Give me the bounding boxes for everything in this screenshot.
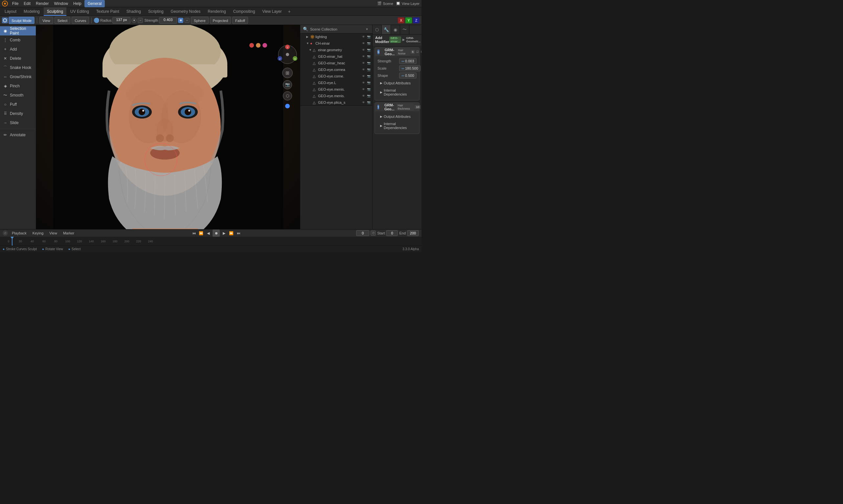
timeline-track[interactable]: 0 20 40 60 80 100 120 140 160 180 200 22… (0, 237, 421, 246)
render-3[interactable]: 📷 (366, 48, 371, 52)
tool-delete[interactable]: ✕ Delete (0, 54, 36, 63)
tool-annotate[interactable]: ✏ Annotate (0, 130, 36, 140)
tool-add[interactable]: + Add (0, 44, 36, 54)
play-reverse-btn[interactable]: ◀ (205, 230, 211, 236)
radius-toggle[interactable]: ● (131, 18, 137, 23)
render-10[interactable]: 📷 (366, 94, 371, 98)
tab-shading[interactable]: Shading (123, 7, 144, 16)
vis-6[interactable]: 👁 (361, 67, 366, 72)
outliner-item-ch-einar[interactable]: ▼ ● CH-einar 👁 📷 (300, 40, 372, 47)
outliner-filter-btn[interactable]: ▼ (364, 26, 370, 32)
step-back-btn[interactable]: ⏪ (198, 230, 204, 236)
x-axis-btn[interactable]: X (398, 17, 404, 23)
projected-btn[interactable]: Projected (210, 17, 231, 24)
shape-value[interactable]: ⇔ 0.500 (399, 73, 417, 78)
vis-10[interactable]: 👁 (361, 94, 366, 98)
start-frame-input[interactable] (386, 230, 398, 236)
frame-rate-btn[interactable]: ⏱ (371, 231, 376, 236)
navigation-gizmo[interactable]: Y X Z (278, 44, 297, 64)
tab-texture-paint[interactable]: Texture Paint (93, 7, 123, 16)
jump-end-btn[interactable]: ⏭ (235, 230, 242, 236)
perspective-btn[interactable]: ⬡ (283, 91, 292, 101)
marker-menu[interactable]: Marker (61, 230, 76, 236)
tab-modifier[interactable]: 🔧 (382, 25, 391, 34)
ol-geo-plica[interactable]: △ GEO-eye.plica_s 👁 📷 (300, 99, 372, 106)
mod-node-group-1[interactable]: Hair Noise (397, 48, 410, 55)
camera-btn[interactable]: 📷 (283, 80, 292, 89)
output-attributes-toggle-2[interactable]: ▶ Output Attributes (380, 114, 414, 119)
render-11[interactable]: 📷 (366, 100, 371, 105)
color-dot-red[interactable] (249, 43, 254, 48)
z-axis-btn[interactable]: Z (413, 17, 420, 23)
render-9[interactable]: 📷 (366, 87, 371, 92)
vis-5[interactable]: 👁 (361, 61, 366, 65)
ol-geo-hat[interactable]: △ GEO-einar_hat 👁 📷 (300, 53, 372, 60)
render-5[interactable]: 📷 (366, 61, 371, 65)
add-workspace-tab[interactable]: + (286, 8, 293, 15)
ol-geo-head[interactable]: △ GEO-einar_heac 👁 📷 (300, 60, 372, 66)
tab-view-layer[interactable]: View Layer (259, 7, 285, 16)
visibility-btn[interactable]: 👁 (361, 35, 366, 39)
menu-help[interactable]: Help (71, 0, 84, 7)
app-logo[interactable] (2, 1, 8, 6)
render-8[interactable]: 📷 (366, 80, 371, 85)
outliner-item-einar-geometry[interactable]: ▼ △ einar.geometry 👁 📷 (300, 47, 372, 53)
menu-window[interactable]: Window (52, 0, 70, 7)
tab-scripting[interactable]: Scripting (145, 7, 167, 16)
tool-smooth[interactable]: 〜 Smooth (0, 91, 36, 100)
tab-object[interactable]: ⬡ (372, 25, 382, 34)
zoom-to-fit-btn[interactable]: ⊞ (282, 68, 293, 78)
tool-selection-paint[interactable]: ◉ Selection Paint (0, 26, 36, 35)
tab-geometry-nodes[interactable]: Geometry Nodes (168, 7, 204, 16)
vis-4[interactable]: 👁 (361, 54, 366, 59)
view-menu[interactable]: View (39, 17, 53, 24)
render-7[interactable]: 📷 (366, 74, 371, 78)
radius-minus[interactable]: − (138, 18, 143, 23)
tool-slide[interactable]: → Slide (0, 118, 36, 127)
output-attributes-toggle[interactable]: ▶ Output Attributes (380, 81, 414, 85)
tab-layout[interactable]: Layout (1, 7, 20, 16)
end-frame-input[interactable] (407, 230, 419, 236)
play-btn[interactable]: ▶ (221, 230, 227, 236)
playhead[interactable] (12, 237, 13, 246)
menu-edit[interactable]: Edit (21, 0, 33, 7)
vis-11[interactable]: 👁 (361, 100, 366, 105)
radius-input[interactable]: 137 px (112, 17, 130, 24)
tab-rendering[interactable]: Rendering (204, 7, 229, 16)
mod-checkbox-1[interactable]: ☑ (416, 50, 419, 54)
ol-geo-meniscus[interactable]: △ GEO-eye.menis. 👁 📷 (300, 86, 372, 93)
tab-data[interactable]: 〜 (400, 25, 409, 34)
vis-3[interactable]: 👁 (361, 48, 366, 52)
tab-compositing[interactable]: Compositing (230, 7, 259, 16)
sphere-btn[interactable]: Sphere (191, 17, 208, 24)
step-forward-btn[interactable]: ⏩ (228, 230, 234, 236)
internal-deps-toggle-2[interactable]: ▶ Internal Dependencies (380, 122, 414, 130)
tab-uv-editing[interactable]: UV Editing (67, 7, 92, 16)
mod-node-group-2[interactable]: Hair thickness (396, 104, 414, 111)
playback-menu[interactable]: Playback (10, 230, 29, 236)
menu-file[interactable]: File (10, 0, 21, 7)
color-dot-pink[interactable] (263, 43, 267, 48)
y-axis-btn[interactable]: Y (405, 17, 412, 23)
scene-selector[interactable]: 🎬 Scene (377, 1, 393, 5)
internal-deps-toggle-1[interactable]: ▶ Internal Dependencies (380, 88, 414, 96)
record-btn[interactable]: ⏺ (213, 230, 220, 237)
menu-render[interactable]: Render (34, 0, 51, 7)
current-frame-input[interactable] (356, 230, 369, 236)
ol-geo-cornea-l[interactable]: △ GEO-eye.cornea 👁 📷 (300, 66, 372, 73)
tab-material[interactable]: ◉ (391, 25, 400, 34)
ol-geo-cornea-r[interactable]: △ GEO-eye.corne. 👁 📷 (300, 73, 372, 79)
ol-geo-eye-l[interactable]: △ GEO-eye.L 👁 📷 (300, 79, 372, 86)
strength-input[interactable]: 0.403 (159, 17, 177, 24)
view-layer-selector[interactable]: 🔲 View Layer (396, 1, 420, 5)
mod-copy-1[interactable]: ⎘ (420, 50, 421, 54)
keying-menu[interactable]: Keying (31, 230, 46, 236)
tool-density[interactable]: ⠿ Density (0, 109, 36, 118)
outliner-item-lighting[interactable]: ▶ 🔆 lighting 👁 📷 (300, 34, 372, 40)
visibility-btn-2[interactable]: 👁 (361, 41, 366, 46)
tool-pinch[interactable]: ◈ Pinch (0, 82, 36, 91)
vis-7[interactable]: 👁 (361, 74, 366, 78)
render-btn[interactable]: 📷 (366, 35, 371, 39)
tab-modeling[interactable]: Modeling (20, 7, 43, 16)
render-btn-2[interactable]: 📷 (366, 41, 371, 46)
